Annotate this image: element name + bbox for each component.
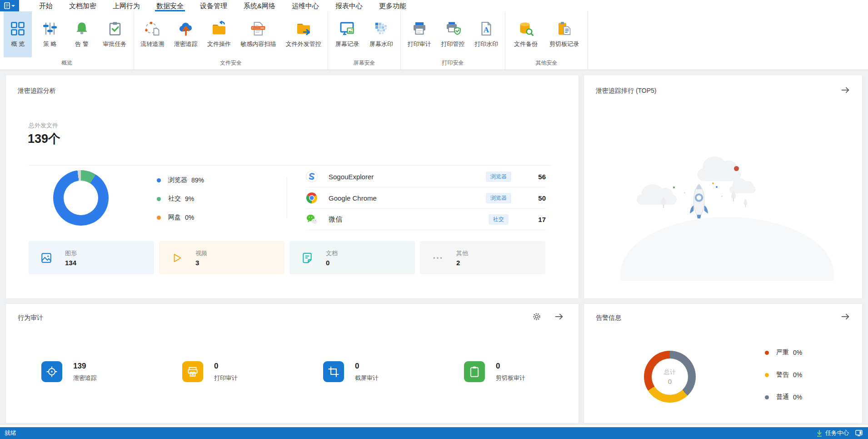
menubar: 开始 文档加密 上网行为 数据安全 设备管理 系统&网络 运维中心 报表中心 更… (0, 0, 868, 11)
ribbon-item-screen-record[interactable]: 屏幕记录 (332, 11, 362, 57)
statusbar: 就绪 任务中心 (0, 427, 868, 439)
ribbon-group-label: 文件安全 (134, 57, 328, 70)
tab-data-security[interactable]: 数据安全 (148, 0, 192, 11)
task-center-button[interactable]: 任务中心 (817, 429, 849, 437)
card-documents[interactable]: 文档 0 (289, 241, 415, 274)
ribbon-item-label: 敏感内容扫描 (240, 40, 276, 48)
ribbon-item-policy[interactable]: 策 略 (36, 11, 64, 57)
task-center-label: 任务中心 (825, 429, 849, 437)
legend-pct: 89% (191, 177, 204, 184)
image-file-icon (40, 252, 52, 264)
card-videos[interactable]: 视频 3 (159, 241, 284, 274)
legend-label: 网盘 (168, 213, 181, 222)
print-receipt-icon (182, 361, 203, 382)
list-item[interactable]: 微信 社交 17 (306, 209, 546, 230)
tree-icon (660, 197, 667, 208)
alert-legend: 严重 0% 警告 0% 普通 0% (765, 348, 802, 401)
main-tabs: 开始 文档加密 上网行为 数据安全 设备管理 系统&网络 运维中心 报表中心 更… (31, 0, 414, 11)
legend-dot (157, 216, 161, 220)
ribbon-item-label: 屏幕记录 (335, 40, 359, 48)
tab-report-center[interactable]: 报表中心 (327, 0, 371, 11)
ribbon-item-clipboard-record[interactable]: 剪切板记录 (546, 11, 582, 57)
file-outgoing-folder-icon (296, 21, 311, 36)
leak-trace-cloud-icon (178, 21, 194, 36)
card-label: 文档 (326, 249, 338, 257)
card-others[interactable]: 其他 2 (420, 241, 545, 274)
ribbon-group-screen-security: 屏幕记录 屏幕水印 屏幕安全 (328, 11, 401, 70)
gear-icon[interactable] (532, 312, 541, 321)
status-strip (0, 424, 868, 427)
legend-item-warning: 警告 0% (765, 371, 802, 379)
arrow-right-icon[interactable] (840, 85, 850, 95)
alarm-bell-icon (74, 21, 90, 36)
tab-more-features[interactable]: 更多功能 (371, 0, 414, 11)
ribbon-group-label: 其他安全 (505, 57, 588, 70)
ribbon-item-approval-tasks[interactable]: 审批任务 (100, 11, 130, 57)
sogou-browser-icon (306, 171, 318, 182)
ribbon-item-file-outgoing[interactable]: 文件外发管控 (283, 11, 324, 57)
tree-icon (743, 199, 748, 207)
monitor-icon (855, 430, 863, 436)
list-item[interactable]: SogouExplorer 浏览器 56 (306, 166, 546, 187)
ribbon-item-sensitive-scan[interactable]: 敏感内容扫描 (237, 11, 279, 57)
download-arrow-icon (817, 430, 822, 437)
tab-system-network[interactable]: 系统&网络 (235, 0, 284, 11)
ribbon-item-label: 文件操作 (207, 40, 231, 48)
legend-label: 警告 (776, 371, 789, 379)
app-window: 开始 文档加密 上网行为 数据安全 设备管理 系统&网络 运维中心 报表中心 更… (0, 0, 868, 439)
tab-web-behavior[interactable]: 上网行为 (105, 0, 148, 11)
list-item[interactable]: Google Chrome 浏览器 50 (306, 187, 546, 209)
trace-cycle-icon (145, 21, 160, 36)
chrome-browser-icon (306, 192, 318, 204)
file-operation-folder-icon (211, 21, 227, 36)
legend-dot (157, 197, 161, 201)
panel-title: 泄密追踪分析 (18, 87, 56, 95)
ribbon-item-label: 流转追溯 (140, 40, 164, 48)
ribbon-item-print-audit[interactable]: 打印审计 (404, 11, 434, 57)
more-files-icon (432, 252, 444, 264)
ribbon-item-file-operation[interactable]: 文件操作 (204, 11, 234, 57)
arrow-right-icon[interactable] (840, 312, 850, 322)
legend-pct: 0% (185, 214, 194, 221)
stat-print-audit[interactable]: 0 打印审计 (182, 361, 323, 382)
yellow-dot (712, 182, 714, 184)
file-backup-icon (518, 21, 534, 36)
ribbon-item-label: 泄密追踪 (174, 40, 198, 48)
ribbon-item-screen-watermark[interactable]: 屏幕水印 (366, 11, 396, 57)
ribbon-item-print-watermark[interactable]: A 打印水印 (471, 11, 501, 57)
ribbon-group-other-security: 文件备份 剪切板记录 其他安全 (505, 11, 588, 70)
category-badge: 社交 (489, 214, 509, 225)
app-name: Google Chrome (318, 194, 477, 202)
tab-start[interactable]: 开始 (31, 0, 61, 11)
overview-grid-icon (10, 21, 25, 36)
ribbon-item-print-control[interactable]: 打印管控 (438, 11, 468, 57)
gray-speck (721, 196, 723, 197)
divider (29, 165, 551, 166)
stat-leak-trace[interactable]: 139 泄密追踪 (41, 361, 182, 382)
stat-screenshot-audit[interactable]: 0 截屏审计 (323, 361, 464, 382)
card-value: 0 (326, 259, 338, 267)
arrow-right-icon[interactable] (554, 312, 564, 322)
ribbon-item-trace-flow[interactable]: 流转追溯 (137, 11, 167, 57)
ribbon-item-leak-trace[interactable]: 泄密追踪 (171, 11, 201, 57)
ribbon-item-label: 告 警 (75, 40, 89, 48)
app-menu-button[interactable] (0, 0, 19, 11)
panel-toggle-button[interactable] (855, 430, 863, 436)
tab-doc-encryption[interactable]: 文档加密 (61, 0, 105, 11)
tab-ops-center[interactable]: 运维中心 (284, 0, 327, 11)
red-dot (734, 166, 739, 171)
ribbon-item-alarm[interactable]: 告 警 (68, 11, 96, 57)
sensitive-scan-icon (250, 21, 266, 36)
total-outgoing-value: 139个 (28, 131, 60, 147)
ribbon-item-file-backup[interactable]: 文件备份 (511, 11, 541, 57)
alert-donut-chart: 总计 0 (644, 351, 696, 403)
legend-pct: 0% (793, 371, 802, 378)
tab-device-mgmt[interactable]: 设备管理 (192, 0, 235, 11)
total-outgoing-label: 总外发文件 (29, 121, 58, 130)
video-file-icon (171, 252, 183, 264)
card-images[interactable]: 图形 134 (29, 241, 154, 274)
app-ranking-list: SogouExplorer 浏览器 56 Google Chrome 浏览器 5… (306, 166, 546, 230)
alert-total-label: 总计 (664, 368, 676, 376)
ribbon-item-overview[interactable]: 概 览 (4, 11, 32, 57)
ribbon-item-label: 打印管控 (441, 40, 465, 48)
